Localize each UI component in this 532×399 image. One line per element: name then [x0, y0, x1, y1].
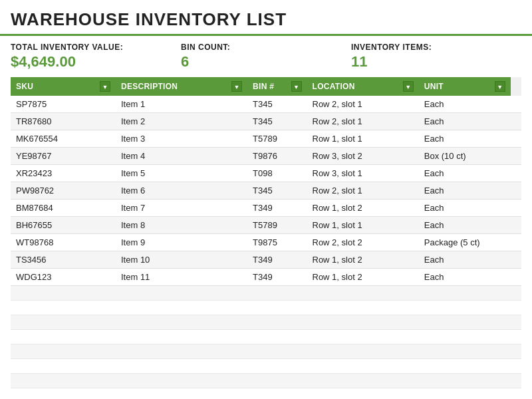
- empty-cell: [116, 286, 247, 301]
- cell-location: Row 2, slot 1: [307, 182, 419, 200]
- empty-cell: [247, 315, 307, 330]
- cell-sku: YE98767: [11, 148, 116, 165]
- total-value-label: TOTAL INVENTORY VALUE:: [11, 43, 181, 52]
- empty-row: [11, 315, 521, 330]
- empty-cell: [511, 344, 521, 359]
- cell-location: Row 3, slot 2: [307, 148, 419, 165]
- page: WAREHOUSE INVENTORY LIST TOTAL INVENTORY…: [0, 0, 532, 399]
- empty-cell: [511, 359, 521, 374]
- col-header-description[interactable]: DESCRIPTION ▼: [116, 77, 247, 96]
- cell-sku: WDG123: [11, 269, 116, 286]
- empty-cell: [307, 388, 419, 400]
- empty-row: [11, 301, 521, 315]
- empty-cell: [307, 359, 419, 374]
- empty-cell: [511, 315, 521, 330]
- empty-cell: [116, 388, 247, 400]
- table-container: SKU ▼ DESCRIPTION ▼ BIN # ▼: [0, 77, 532, 399]
- inventory-table: SKU ▼ DESCRIPTION ▼ BIN # ▼: [11, 77, 521, 399]
- table-row[interactable]: WDG123Item 11T349Row 1, slot 2Each: [11, 269, 521, 286]
- cell-description: Item 11: [116, 269, 247, 286]
- cell-location: Row 2, slot 1: [307, 113, 419, 130]
- cell-extra: [511, 148, 521, 165]
- empty-cell: [11, 286, 116, 301]
- empty-cell: [247, 301, 307, 315]
- col-header-location[interactable]: LOCATION ▼: [307, 77, 419, 96]
- inventory-items-stat: INVENTORY ITEMS: 11: [351, 43, 521, 70]
- empty-cell: [116, 344, 247, 359]
- stats-row: TOTAL INVENTORY VALUE: $4,649.00 BIN COU…: [0, 36, 532, 77]
- cell-location: Row 1, slot 2: [307, 251, 419, 269]
- empty-row: [11, 374, 521, 388]
- col-header-bin[interactable]: BIN # ▼: [247, 77, 307, 96]
- empty-cell: [11, 301, 116, 315]
- cell-sku: XR23423: [11, 165, 116, 182]
- table-row[interactable]: BH67655Item 8T5789Row 1, slot 1Each: [11, 217, 521, 234]
- cell-extra: [511, 217, 521, 234]
- empty-cell: [419, 388, 511, 400]
- cell-sku: BM87684: [11, 200, 116, 217]
- empty-cell: [247, 359, 307, 374]
- cell-description: Item 3: [116, 130, 247, 148]
- cell-sku: WT98768: [11, 234, 116, 251]
- empty-cell: [419, 286, 511, 301]
- empty-cell: [116, 301, 247, 315]
- empty-cell: [11, 388, 116, 400]
- empty-row: [11, 344, 521, 359]
- cell-extra: [511, 96, 521, 113]
- table-row[interactable]: WT98768Item 9T9875Row 2, slot 2Package (…: [11, 234, 521, 251]
- empty-cell: [419, 374, 511, 388]
- cell-bin: T345: [247, 182, 307, 200]
- cell-sku: BH67655: [11, 217, 116, 234]
- empty-cell: [511, 388, 521, 400]
- cell-sku: MK676554: [11, 130, 116, 148]
- table-row[interactable]: BM87684Item 7T349Row 1, slot 2Each: [11, 200, 521, 217]
- total-value-stat: TOTAL INVENTORY VALUE: $4,649.00: [11, 43, 181, 70]
- empty-row: [11, 330, 521, 344]
- empty-row: [11, 388, 521, 400]
- desc-dropdown-icon[interactable]: ▼: [231, 81, 242, 92]
- cell-unit: Each: [419, 200, 511, 217]
- empty-cell: [307, 330, 419, 344]
- cell-description: Item 9: [116, 234, 247, 251]
- unit-dropdown-icon[interactable]: ▼: [495, 81, 505, 92]
- cell-description: Item 8: [116, 217, 247, 234]
- table-row[interactable]: XR23423Item 5T098Row 3, slot 1Each: [11, 165, 521, 182]
- empty-cell: [419, 315, 511, 330]
- cell-sku: PW98762: [11, 182, 116, 200]
- empty-cell: [247, 286, 307, 301]
- table-row[interactable]: YE98767Item 4T9876Row 3, slot 2Box (10 c…: [11, 148, 521, 165]
- cell-bin: T098: [247, 165, 307, 182]
- cell-unit: Each: [419, 113, 511, 130]
- bin-count-stat: BIN COUNT: 6: [181, 43, 351, 70]
- col-header-sku[interactable]: SKU ▼: [11, 77, 116, 96]
- empty-cell: [247, 344, 307, 359]
- cell-sku: TS3456: [11, 251, 116, 269]
- cell-bin: T345: [247, 96, 307, 113]
- page-title: WAREHOUSE INVENTORY LIST: [11, 9, 521, 30]
- bin-count-label: BIN COUNT:: [181, 43, 351, 52]
- table-row[interactable]: SP7875Item 1T345Row 2, slot 1Each: [11, 96, 521, 113]
- cell-location: Row 1, slot 1: [307, 130, 419, 148]
- empty-cell: [247, 330, 307, 344]
- empty-cell: [307, 344, 419, 359]
- empty-cell: [11, 374, 116, 388]
- sku-dropdown-icon[interactable]: ▼: [100, 81, 110, 92]
- table-row[interactable]: MK676554Item 3T5789Row 1, slot 1Each: [11, 130, 521, 148]
- table-row[interactable]: TR87680Item 2T345Row 2, slot 1Each: [11, 113, 521, 130]
- cell-location: Row 1, slot 2: [307, 200, 419, 217]
- cell-bin: T349: [247, 251, 307, 269]
- cell-unit: Box (10 ct): [419, 148, 511, 165]
- empty-cell: [247, 388, 307, 400]
- empty-cell: [116, 359, 247, 374]
- bin-dropdown-icon[interactable]: ▼: [291, 81, 302, 92]
- cell-description: Item 5: [116, 165, 247, 182]
- cell-bin: T349: [247, 269, 307, 286]
- cell-unit: Package (5 ct): [419, 234, 511, 251]
- table-row[interactable]: TS3456Item 10T349Row 1, slot 2Each: [11, 251, 521, 269]
- loc-dropdown-icon[interactable]: ▼: [403, 81, 414, 92]
- col-header-unit[interactable]: UNIT ▼: [419, 77, 511, 96]
- cell-unit: Each: [419, 130, 511, 148]
- cell-location: Row 3, slot 1: [307, 165, 419, 182]
- cell-extra: [511, 269, 521, 286]
- table-row[interactable]: PW98762Item 6T345Row 2, slot 1Each: [11, 182, 521, 200]
